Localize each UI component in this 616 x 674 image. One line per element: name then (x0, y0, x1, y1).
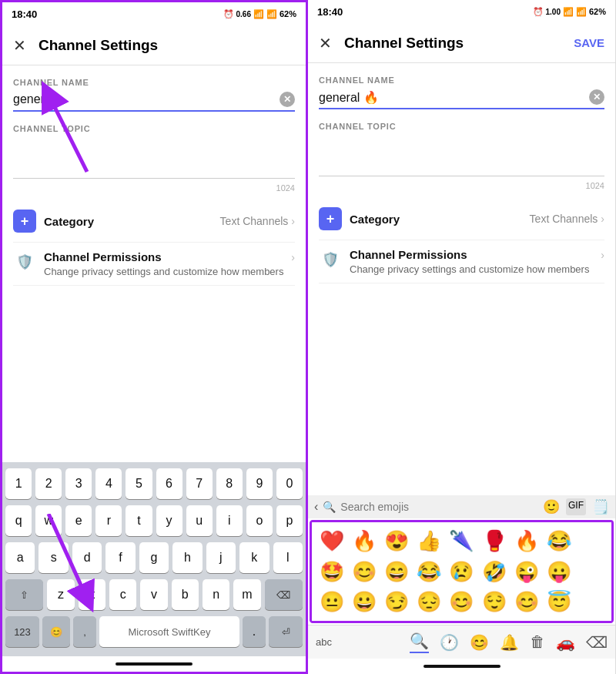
key-j[interactable]: j (206, 542, 236, 573)
key-p[interactable]: p (276, 505, 303, 536)
emoji-wink-tongue[interactable]: 😜 (511, 558, 542, 586)
key-i[interactable]: i (216, 505, 243, 536)
clear-button-right[interactable]: ✕ (589, 89, 604, 105)
key-shift[interactable]: ⇧ (5, 579, 43, 610)
emoji-heart[interactable]: ❤️ (316, 527, 347, 555)
emoji-rofl[interactable]: 🤣 (479, 558, 510, 586)
emoji-laughing[interactable]: 😂 (544, 527, 574, 555)
emoji-fire[interactable]: 🔥 (349, 527, 380, 555)
emoji-bell-icon[interactable]: 🔔 (500, 633, 519, 652)
channel-topic-input-right[interactable] (319, 136, 604, 176)
emoji-happy-2[interactable]: 😊 (511, 588, 542, 616)
emoji-smile[interactable]: 😊 (349, 558, 380, 586)
emoji-innocent[interactable]: 😇 (544, 588, 574, 616)
key-comma[interactable]: , (73, 616, 96, 647)
emoji-happy[interactable]: 😀 (349, 588, 380, 616)
key-e[interactable]: e (65, 505, 92, 536)
clear-button-left[interactable]: ✕ (280, 92, 295, 107)
key-enter[interactable]: ⏎ (269, 616, 303, 647)
emoji-sad[interactable]: 😔 (413, 588, 444, 616)
emoji-smirk[interactable]: 😏 (381, 588, 412, 616)
key-g[interactable]: g (139, 542, 169, 573)
emoji-grid: ❤️ 🔥 😍 👍 🌂 🥊 🔥 😂 🤩 😊 😄 😂 😢 🤣 😜 😛 (312, 522, 611, 621)
key-b[interactable]: b (172, 579, 199, 610)
channel-name-input-row-right: ✕ (319, 89, 604, 109)
key-x[interactable]: x (79, 579, 105, 610)
key-r[interactable]: r (95, 505, 122, 536)
key-period[interactable]: . (243, 616, 266, 647)
key-c[interactable]: c (109, 579, 136, 610)
category-item-right[interactable]: + Category Text Channels › (319, 198, 604, 240)
channel-topic-label-left: CHANNEL TOPIC (13, 124, 295, 133)
key-s[interactable]: s (38, 542, 68, 573)
emoji-blush[interactable]: 😊 (446, 588, 477, 616)
key-5[interactable]: 5 (126, 468, 152, 499)
key-q[interactable]: q (5, 505, 32, 536)
emoji-search-bottom-icon[interactable]: 🔍 (410, 632, 429, 653)
emoji-boxing-glove[interactable]: 🥊 (479, 527, 510, 555)
close-button-right[interactable]: ✕ (319, 34, 332, 52)
emoji-car-icon[interactable]: 🚗 (556, 633, 575, 652)
permissions-item-right[interactable]: 🛡️ Channel Permissions › Change privacy … (319, 240, 604, 283)
key-k[interactable]: k (239, 542, 269, 573)
key-4[interactable]: 4 (95, 468, 122, 499)
key-emoji[interactable]: 😊 (42, 616, 70, 647)
emoji-clock-icon[interactable]: 🕐 (440, 633, 459, 652)
key-l[interactable]: l (273, 542, 303, 573)
emoji-search-input[interactable] (340, 501, 538, 513)
key-t[interactable]: t (126, 505, 152, 536)
key-space[interactable]: Microsoft SwiftKey (99, 616, 239, 647)
emoji-neutral[interactable]: 😐 (316, 588, 347, 616)
key-z[interactable]: z (47, 579, 74, 610)
key-n[interactable]: n (203, 579, 229, 610)
key-3[interactable]: 3 (65, 468, 92, 499)
close-button-left[interactable]: ✕ (13, 36, 26, 55)
key-u[interactable]: u (186, 505, 213, 536)
emoji-abc-label[interactable]: abc (316, 636, 332, 648)
emoji-grin[interactable]: 😄 (381, 558, 412, 586)
key-8[interactable]: 8 (216, 468, 243, 499)
key-y[interactable]: y (156, 505, 182, 536)
search-icon: 🔍 (323, 501, 336, 513)
emoji-joy[interactable]: 😂 (413, 558, 444, 586)
category-item-left[interactable]: + Category Text Channels › (13, 200, 295, 243)
key-2[interactable]: 2 (35, 468, 62, 499)
emoji-cry[interactable]: 😢 (446, 558, 477, 586)
key-o[interactable]: o (246, 505, 273, 536)
emoji-sticker-icon[interactable]: 🗒️ (592, 498, 609, 515)
emoji-relieved[interactable]: 😌 (479, 588, 510, 616)
permissions-item-left[interactable]: 🛡️ Channel Permissions › Change privacy … (13, 243, 295, 286)
key-9[interactable]: 9 (246, 468, 273, 499)
permissions-chevron-left: › (291, 251, 295, 263)
key-v[interactable]: v (140, 579, 167, 610)
emoji-tongue[interactable]: 😛 (544, 558, 574, 586)
category-label-left: Category (44, 215, 220, 228)
emoji-face-icon[interactable]: 🙂 (543, 498, 560, 515)
key-f[interactable]: f (105, 542, 135, 573)
key-backspace[interactable]: ⌫ (265, 579, 303, 610)
channel-name-input-right[interactable] (319, 90, 589, 104)
key-a[interactable]: a (5, 542, 35, 573)
channel-name-input-left[interactable] (13, 92, 280, 106)
key-1[interactable]: 1 (5, 468, 32, 499)
emoji-heart-eyes[interactable]: 😍 (381, 527, 412, 555)
emoji-smiley-icon[interactable]: 😊 (470, 633, 489, 652)
key-6[interactable]: 6 (156, 468, 182, 499)
emoji-back-button[interactable]: ‹ (314, 500, 318, 514)
emoji-thumbs-up[interactable]: 👍 (413, 527, 444, 555)
key-d[interactable]: d (72, 542, 102, 573)
key-m[interactable]: m (233, 579, 260, 610)
key-0[interactable]: 0 (276, 468, 303, 499)
key-h[interactable]: h (172, 542, 202, 573)
emoji-fire-2[interactable]: 🔥 (511, 527, 542, 555)
emoji-trash-icon[interactable]: 🗑 (530, 633, 545, 651)
channel-topic-input-left[interactable] (13, 138, 295, 179)
key-w[interactable]: w (35, 505, 62, 536)
emoji-umbrella[interactable]: 🌂 (446, 527, 477, 555)
emoji-backspace-icon[interactable]: ⌫ (586, 633, 608, 652)
key-123[interactable]: 123 (5, 616, 39, 647)
save-button-right[interactable]: SAVE (574, 36, 604, 49)
emoji-gif-icon[interactable]: GIF (566, 498, 586, 515)
emoji-star-struck[interactable]: 🤩 (316, 558, 347, 586)
key-7[interactable]: 7 (186, 468, 213, 499)
